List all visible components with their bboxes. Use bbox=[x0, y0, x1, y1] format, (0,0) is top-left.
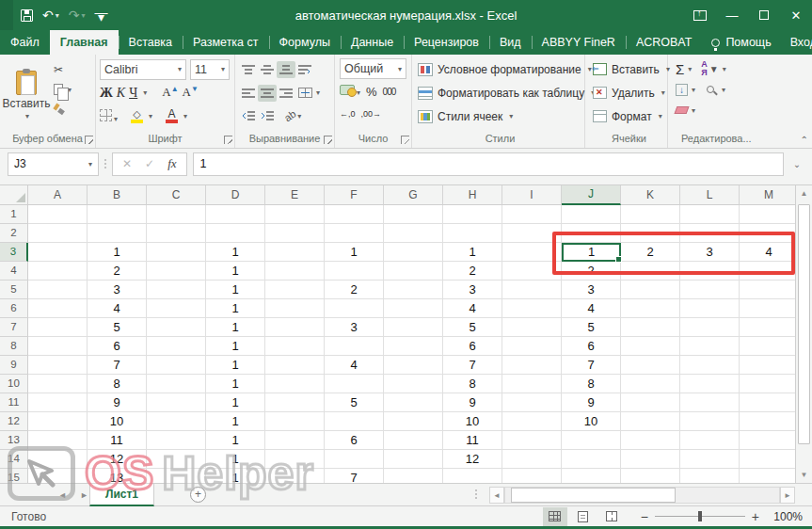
cell-M4[interactable] bbox=[740, 262, 795, 281]
redo-button[interactable]: ↷▾ bbox=[69, 8, 86, 23]
paste-button[interactable]: Вставить▾ bbox=[2, 57, 51, 132]
page-layout-view-button[interactable] bbox=[571, 507, 596, 526]
cell-B13[interactable]: 11 bbox=[88, 431, 147, 450]
percent-style-button[interactable]: % bbox=[366, 85, 377, 99]
cell-J12[interactable]: 10 bbox=[562, 412, 621, 431]
cell-D8[interactable]: 1 bbox=[206, 337, 265, 356]
cell-J9[interactable]: 7 bbox=[562, 356, 621, 375]
align-top-button[interactable] bbox=[239, 61, 258, 78]
cell-I11[interactable] bbox=[502, 393, 562, 412]
cell-H4[interactable]: 2 bbox=[443, 262, 502, 281]
cell-B11[interactable]: 9 bbox=[88, 393, 147, 412]
cell-C10[interactable] bbox=[147, 375, 206, 393]
cell-C13[interactable] bbox=[147, 431, 206, 450]
cut-button[interactable]: ✂ bbox=[51, 61, 74, 78]
row-header-6[interactable]: 6 bbox=[0, 299, 28, 318]
cell-A11[interactable] bbox=[28, 393, 88, 412]
cell-J15[interactable] bbox=[562, 469, 621, 483]
collapse-ribbon-button[interactable]: ⌃ bbox=[801, 135, 808, 145]
cell-M15[interactable] bbox=[740, 469, 795, 483]
sheet-nav-arrows[interactable]: ◄► bbox=[0, 490, 89, 500]
cell-J1[interactable] bbox=[562, 205, 621, 224]
cancel-entry-button[interactable]: ✕ bbox=[122, 157, 132, 170]
cell-G14[interactable] bbox=[384, 450, 443, 469]
cell-L5[interactable] bbox=[680, 281, 740, 299]
cell-C5[interactable] bbox=[147, 281, 206, 299]
cell-C8[interactable] bbox=[147, 337, 206, 356]
cell-E7[interactable] bbox=[265, 318, 325, 337]
zoom-out-button[interactable]: − bbox=[641, 509, 648, 524]
increase-decimal-button[interactable]: ←,0 bbox=[340, 109, 356, 119]
customize-qat-button[interactable]: —▾ bbox=[95, 10, 108, 20]
cell-A7[interactable] bbox=[28, 318, 88, 337]
cell-G15[interactable] bbox=[384, 469, 443, 483]
column-header-F[interactable]: F bbox=[325, 185, 384, 205]
delete-cells-button[interactable]: Удалить▾ bbox=[593, 81, 665, 104]
sheet-tab[interactable]: Лист1 bbox=[89, 484, 154, 506]
format-cells-button[interactable]: Формат▾ bbox=[593, 104, 665, 128]
cell-M1[interactable] bbox=[740, 205, 795, 224]
cell-M12[interactable] bbox=[740, 412, 795, 431]
cell-D9[interactable]: 1 bbox=[206, 356, 265, 375]
cell-M3[interactable]: 4 bbox=[740, 243, 795, 262]
cell-F14[interactable] bbox=[325, 450, 384, 469]
row-header-12[interactable]: 12 bbox=[0, 412, 28, 431]
cell-E1[interactable] bbox=[265, 205, 325, 224]
cell-F12[interactable] bbox=[325, 412, 384, 431]
cell-M9[interactable] bbox=[740, 356, 795, 375]
cell-H15[interactable] bbox=[443, 469, 502, 483]
column-header-H[interactable]: H bbox=[443, 185, 502, 205]
new-sheet-button[interactable]: + bbox=[190, 487, 206, 503]
cell-A2[interactable] bbox=[28, 224, 88, 243]
cell-D10[interactable]: 1 bbox=[206, 375, 265, 393]
scroll-up-arrow[interactable]: ▲ bbox=[796, 185, 812, 201]
select-all-corner[interactable] bbox=[0, 185, 28, 205]
shrink-font-button[interactable]: А▼ bbox=[183, 85, 199, 100]
cell-H13[interactable]: 11 bbox=[443, 431, 502, 450]
cell-I4[interactable] bbox=[502, 262, 562, 281]
column-header-G[interactable]: G bbox=[384, 185, 443, 205]
cell-D15[interactable]: 1 bbox=[206, 469, 265, 483]
clipboard-dialog-launcher[interactable] bbox=[85, 136, 93, 144]
comma-style-button[interactable]: 000 bbox=[383, 87, 396, 97]
cell-G5[interactable] bbox=[384, 281, 443, 299]
cell-G2[interactable] bbox=[384, 224, 443, 243]
font-color-button[interactable]: А bbox=[166, 109, 178, 123]
next-sheet-arrow[interactable]: ► bbox=[80, 490, 88, 500]
cell-K3[interactable]: 2 bbox=[621, 243, 680, 262]
sort-filter-button[interactable]: АЯ▼▾ bbox=[701, 59, 725, 78]
cell-C2[interactable] bbox=[147, 224, 206, 243]
align-right-button[interactable] bbox=[277, 85, 295, 102]
cell-J14[interactable] bbox=[562, 450, 621, 469]
column-header-A[interactable]: A bbox=[28, 185, 88, 205]
scroll-left-arrow[interactable]: ◄ bbox=[489, 487, 504, 504]
cell-C6[interactable] bbox=[147, 299, 206, 318]
cell-G9[interactable] bbox=[384, 356, 443, 375]
cell-F1[interactable] bbox=[325, 205, 384, 224]
cell-M13[interactable] bbox=[740, 431, 795, 450]
font-dialog-launcher[interactable] bbox=[224, 136, 232, 144]
align-center-button[interactable] bbox=[258, 85, 277, 102]
row-header-2[interactable]: 2 bbox=[0, 224, 28, 243]
decrease-indent-button[interactable] bbox=[239, 107, 258, 124]
formula-bar-divider[interactable] bbox=[104, 159, 106, 168]
row-header-8[interactable]: 8 bbox=[0, 337, 28, 356]
vertical-scrollbar[interactable]: ▲ ▼ bbox=[795, 185, 812, 483]
cell-C14[interactable] bbox=[147, 450, 206, 469]
cell-H3[interactable]: 1 bbox=[443, 243, 502, 262]
cell-H9[interactable]: 7 bbox=[443, 356, 502, 375]
zoom-level[interactable]: 100% bbox=[763, 510, 803, 523]
cell-L8[interactable] bbox=[680, 337, 740, 356]
cell-H14[interactable]: 12 bbox=[443, 450, 502, 469]
cell-H1[interactable] bbox=[443, 205, 502, 224]
horizontal-scrollbar[interactable]: ◄ ► bbox=[489, 487, 795, 503]
cell-L3[interactable]: 3 bbox=[680, 243, 740, 262]
cell-D11[interactable]: 1 bbox=[206, 393, 265, 412]
cell-H7[interactable]: 5 bbox=[443, 318, 502, 337]
cell-A4[interactable] bbox=[28, 262, 88, 281]
autosum-button[interactable]: Σ▾ bbox=[676, 59, 692, 78]
tab-вставка[interactable]: Вставка bbox=[119, 30, 183, 55]
cell-I6[interactable] bbox=[502, 299, 562, 318]
scroll-right-arrow[interactable]: ► bbox=[780, 487, 795, 504]
cell-M6[interactable] bbox=[740, 299, 795, 318]
